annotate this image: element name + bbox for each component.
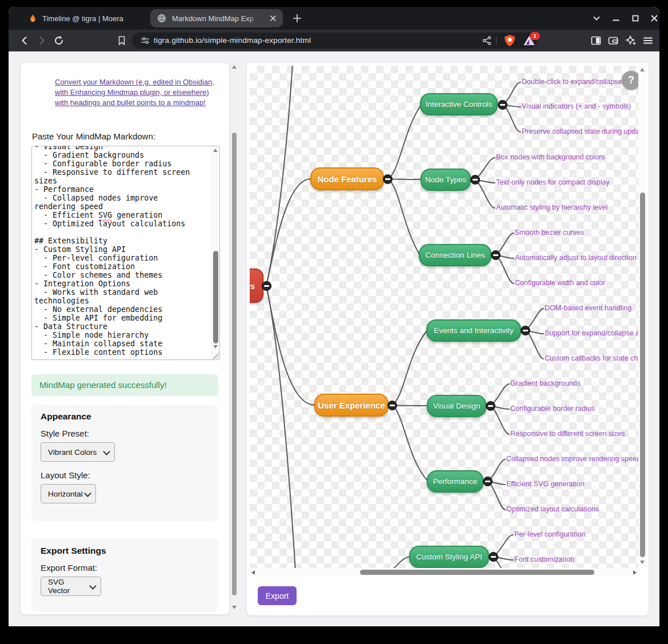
mindmap-v-scrollbar-thumb[interactable]	[640, 193, 645, 557]
mindmap-leaf: Automatically adjust to layout direction	[515, 254, 637, 262]
tab-moera[interactable]: Timeline @ tigra | Moera	[17, 9, 129, 27]
collapse-indicator[interactable]	[483, 477, 493, 486]
mindmap-viewport[interactable]: s Node Features User Experience Interact…	[250, 66, 638, 568]
collapse-indicator[interactable]	[521, 326, 530, 335]
export-button[interactable]: Export	[258, 586, 297, 605]
window-chevron-icon[interactable]	[591, 13, 602, 23]
intro-link[interactable]: Convert your Markdown (e.g. edited in Ob…	[55, 77, 217, 108]
mindmap-node-events-interactivity[interactable]: Events and Interactivity	[426, 319, 521, 342]
url-text[interactable]: tigra.github.io/simple-mindmap-exporter.…	[154, 36, 311, 45]
mindmap-leaf: Collapsed nodes improve rendering speed	[506, 455, 638, 463]
spellcheck-word: SVG	[98, 211, 112, 219]
tab-title: Markdown MindMap Exp	[172, 14, 254, 23]
site-settings-icon[interactable]	[140, 35, 150, 46]
status-message: MindMap generated successfully!	[31, 374, 218, 396]
mindmap-node-interactive-controls[interactable]: Interactive Controls	[420, 93, 498, 115]
scroll-left-icon[interactable]	[251, 570, 255, 575]
minimize-icon[interactable]	[611, 13, 621, 23]
tab-mindmap-exporter[interactable]: Markdown MindMap Exp	[150, 9, 283, 27]
share-icon[interactable]	[482, 35, 492, 46]
export-format-select[interactable]: SVG Vector	[41, 577, 101, 596]
connection-line	[392, 405, 427, 406]
wallet-icon[interactable]	[607, 35, 619, 46]
bookmark-icon[interactable]	[116, 35, 127, 46]
scroll-down-icon[interactable]	[213, 345, 218, 349]
page-scrollbar-thumb[interactable]	[232, 133, 237, 595]
select-chevron-icon	[103, 448, 110, 455]
mindmap-leaf: Optimized layout calculations	[506, 505, 599, 513]
textarea-scrollbar-thumb[interactable]	[213, 251, 218, 343]
scroll-up-icon[interactable]	[640, 68, 645, 71]
select-chevron-icon	[89, 582, 97, 590]
browser-window: Timeline @ tigra | Moera Markdown MindMa…	[9, 7, 659, 626]
scroll-right-icon[interactable]	[633, 570, 637, 575]
mindmap-node-node-features[interactable]: Node Features	[310, 167, 384, 190]
reload-icon[interactable]	[53, 35, 65, 46]
style-preset-select[interactable]: Vibrant Colors	[41, 442, 115, 462]
connection-line	[266, 286, 295, 568]
appearance-title: Appearance	[41, 411, 91, 422]
forward-icon[interactable]	[36, 35, 47, 46]
textarea-resize-grip[interactable]	[213, 353, 219, 359]
connection-line	[388, 179, 421, 179]
export-settings-group: Export Settings Export Format: SVG Vecto…	[31, 538, 218, 612]
maximize-icon[interactable]	[630, 13, 641, 23]
layout-style-label: Layout Style:	[41, 470, 90, 480]
markdown-text-part: generation - Optimized layout calculatio…	[34, 211, 185, 357]
mindmap-leaf: Efficient SVG generation	[506, 480, 585, 488]
mindmap-node-custom-styling-api[interactable]: Custom Styling API	[409, 546, 489, 568]
close-icon[interactable]	[269, 14, 278, 23]
layout-style-select[interactable]: Horizontal	[41, 484, 96, 503]
mindmap-node-performance[interactable]: Performance	[427, 470, 483, 493]
back-icon[interactable]	[19, 35, 30, 46]
mindmap-node-user-experience[interactable]: User Experience	[314, 394, 389, 417]
sidebar-toggle-icon[interactable]	[590, 35, 602, 46]
mindmap-leaf: Text-only nodes for compact display	[496, 178, 610, 186]
brave-shield-icon[interactable]	[503, 34, 514, 45]
mindmap-leaf: Automatic styling by hierarchy level	[496, 203, 607, 211]
connection-line	[378, 557, 410, 568]
new-tab-icon[interactable]	[293, 14, 302, 23]
collapse-indicator[interactable]	[498, 100, 507, 110]
markdown-textarea[interactable]: - Visual Design - Gradient backgrounds -…	[31, 146, 220, 360]
mindmap-node-visual-design[interactable]: Visual Design	[427, 395, 486, 417]
mindmap-v-scrollbar[interactable]	[638, 66, 646, 568]
connection-line	[388, 179, 419, 254]
url-bar[interactable]: tigra.github.io/simple-mindmap-exporter.…	[132, 33, 537, 49]
collapse-indicator[interactable]	[387, 401, 397, 410]
bat-rewards-icon[interactable]: 1	[523, 34, 533, 45]
scroll-up-icon[interactable]	[232, 65, 237, 69]
scroll-down-icon[interactable]	[232, 606, 237, 609]
markdown-text: - Visual Design - Gradient backgrounds -…	[34, 146, 203, 357]
collapse-indicator[interactable]	[470, 175, 480, 185]
scroll-up-icon[interactable]	[213, 149, 218, 152]
mindmap-h-scrollbar[interactable]	[250, 568, 638, 577]
markdown-input-label: Paste Your MindMap Markdown:	[32, 131, 155, 141]
collapse-indicator[interactable]	[262, 281, 271, 291]
mindmap-leaf: Gradient backgrounds	[510, 379, 581, 387]
mindmap-leaf: Box nodes with background colors	[496, 153, 605, 161]
style-preset-value: Vibrant Colors	[48, 448, 97, 457]
collapse-indicator[interactable]	[486, 401, 495, 411]
mindmap-panel: s Node Features User Experience Interact…	[247, 63, 649, 615]
toolbar-divider	[496, 37, 497, 45]
tab-title-fade	[247, 9, 262, 27]
page-scrollbar[interactable]	[231, 64, 238, 616]
mindmap-node-node-types[interactable]: Node Types	[421, 169, 471, 191]
browser-toolbar: tigra.github.io/simple-mindmap-exporter.…	[9, 30, 659, 51]
leo-ai-icon[interactable]	[625, 35, 637, 46]
mindmap-node-connection-lines[interactable]: Connection Lines	[419, 244, 491, 266]
menu-icon[interactable]	[642, 35, 654, 46]
collapse-indicator[interactable]	[383, 174, 393, 184]
appearance-group: Appearance Style Preset: Vibrant Colors …	[31, 405, 218, 521]
connection-line	[392, 405, 427, 481]
scroll-down-icon[interactable]	[640, 561, 645, 564]
collapse-indicator[interactable]	[491, 250, 501, 260]
textarea-scrollbar[interactable]	[211, 146, 219, 359]
collapse-indicator[interactable]	[489, 552, 498, 562]
layout-style-value: Horizontal	[48, 490, 83, 498]
window-close-icon[interactable]	[649, 13, 659, 23]
mindmap-leaf: Per-level configuration	[514, 530, 585, 538]
connection-lines-layer	[250, 66, 638, 568]
mindmap-h-scrollbar-thumb[interactable]	[360, 570, 594, 575]
